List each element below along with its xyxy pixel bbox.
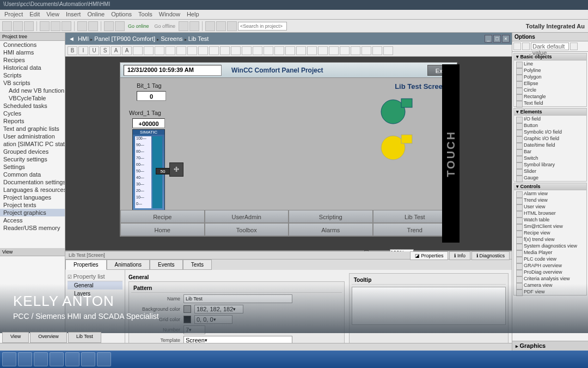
- crumb-segment[interactable]: Lib Test: [188, 35, 209, 42]
- pointer-icon[interactable]: [513, 43, 521, 50]
- tree-item[interactable]: VB scripts: [0, 79, 65, 87]
- open-icon[interactable]: [13, 21, 23, 31]
- taskbar-app-icon[interactable]: [2, 352, 16, 366]
- toolbox-item[interactable]: Gauge: [514, 174, 586, 181]
- fmt-u-button[interactable]: U: [89, 46, 99, 55]
- taskbar-app-icon[interactable]: [50, 352, 64, 366]
- fmt-tool-icon[interactable]: [274, 46, 284, 55]
- compile-icon[interactable]: [104, 21, 114, 31]
- download-icon[interactable]: [115, 21, 125, 31]
- tree-item[interactable]: Project graphics: [0, 209, 65, 216]
- fmt-b-button[interactable]: B: [68, 46, 77, 55]
- proplist-item[interactable]: General: [68, 281, 122, 289]
- toolbox-item[interactable]: PDF view: [514, 288, 586, 295]
- menu-options[interactable]: Options: [111, 11, 132, 18]
- fmt-tool-icon[interactable]: [155, 46, 164, 55]
- tree-item[interactable]: Documentation settings: [0, 178, 65, 186]
- search-input[interactable]: [238, 22, 287, 31]
- tree-item[interactable]: Project texts: [0, 201, 65, 209]
- toolbox-item[interactable]: Sm@rtClient view: [514, 223, 586, 230]
- toolbox-item[interactable]: User view: [514, 203, 586, 210]
- menu-help[interactable]: Help: [187, 11, 199, 18]
- prop-tab[interactable]: Animations: [107, 260, 150, 270]
- tree-item[interactable]: Common data: [0, 171, 65, 178]
- maximize-icon[interactable]: □: [493, 35, 501, 43]
- tree-item[interactable]: Access: [0, 216, 65, 224]
- crumb-segment[interactable]: Panel [TP900 Comfort]: [94, 35, 155, 42]
- word-tag-value[interactable]: +00000: [132, 118, 165, 128]
- group-header[interactable]: ▾ Elements: [514, 108, 586, 116]
- group-header[interactable]: ▾ Basic objects: [514, 53, 586, 61]
- tree-item[interactable]: Reports: [0, 117, 65, 125]
- bit-tag-value[interactable]: 0: [137, 91, 166, 101]
- fmt-s-button[interactable]: S: [100, 46, 110, 55]
- pump-green-icon[interactable]: [378, 95, 413, 126]
- toolbox-item[interactable]: Line: [514, 61, 586, 67]
- toolbox-item[interactable]: Media Player: [514, 249, 586, 256]
- fmt-tool-icon[interactable]: [242, 46, 252, 55]
- toolbox-item[interactable]: Graphic I/O field: [514, 135, 586, 142]
- cut-icon[interactable]: [40, 21, 50, 31]
- taskbar-app-icon[interactable]: [34, 352, 48, 366]
- tree-item[interactable]: Scheduled tasks: [0, 102, 65, 110]
- crumb-segment[interactable]: HMI: [78, 35, 89, 42]
- hmi-nav-button[interactable]: Toolbox: [205, 223, 289, 236]
- inspector-tab[interactable]: ℹ Diagnostics: [471, 251, 510, 260]
- editor-tab[interactable]: View: [2, 332, 29, 343]
- redo-icon[interactable]: [88, 21, 98, 31]
- inspector-tab[interactable]: ◪ Properties: [410, 251, 449, 260]
- gridcolor-swatch[interactable]: [183, 316, 191, 323]
- paste-icon[interactable]: [62, 21, 71, 31]
- taskbar-app-icon[interactable]: [18, 352, 32, 366]
- fmt-tool-icon[interactable]: [253, 46, 262, 55]
- fmt-tool-icon[interactable]: [209, 46, 219, 55]
- name-input[interactable]: [183, 294, 292, 303]
- group-header[interactable]: ▾ Controls: [514, 183, 586, 190]
- sim-icon[interactable]: [179, 21, 188, 31]
- tree-item[interactable]: Settings: [0, 163, 65, 171]
- go-online-button[interactable]: Go online: [128, 23, 149, 29]
- toolbox-item[interactable]: Symbol library: [514, 161, 586, 168]
- tool3-icon[interactable]: [570, 43, 578, 50]
- toolbox-item[interactable]: Polygon: [514, 74, 586, 80]
- editor-tab[interactable]: Overview: [30, 332, 67, 343]
- tooltip-textarea[interactable]: [352, 287, 506, 325]
- fmt-a-button[interactable]: A: [111, 46, 121, 55]
- slider-control[interactable]: SIMATIC 100—90—80—70—60—50—40—30—20—10—0…: [132, 129, 165, 211]
- bgcolor-swatch[interactable]: [183, 305, 191, 313]
- editor-tab[interactable]: Lib Test: [68, 332, 101, 343]
- menu-window[interactable]: Window: [159, 11, 180, 18]
- move-handle-icon[interactable]: [169, 162, 183, 177]
- tree-item[interactable]: Languages & resources: [0, 186, 65, 194]
- tree-item[interactable]: Security settings: [0, 155, 65, 163]
- menu-edit[interactable]: Edit: [29, 11, 40, 18]
- toolbox-item[interactable]: Circle: [514, 87, 586, 93]
- close-icon[interactable]: ×: [502, 35, 510, 43]
- fmt-tool-icon[interactable]: [231, 46, 241, 55]
- crumb-segment[interactable]: Screens: [161, 35, 182, 42]
- toolbox-item[interactable]: Rectangle: [514, 93, 586, 100]
- toolbox-item[interactable]: Bar: [514, 148, 586, 155]
- number-combo[interactable]: 7 ▾: [183, 325, 205, 334]
- toolbox-item[interactable]: Symbolic I/O field: [514, 129, 586, 135]
- toolbox-item[interactable]: Polyline: [514, 67, 586, 74]
- tree-item[interactable]: Cycles: [0, 110, 65, 117]
- save-icon[interactable]: [24, 21, 34, 31]
- copy-icon[interactable]: [51, 21, 60, 31]
- tree-item[interactable]: VBCycleTable: [0, 94, 65, 102]
- fmt-tool-icon[interactable]: [176, 46, 186, 55]
- pump-yellow-icon[interactable]: [378, 131, 413, 162]
- slider-thumb[interactable]: 50: [156, 168, 170, 174]
- tree-item[interactable]: ation [SIMATIC PC stat...: [0, 140, 65, 148]
- tree-item[interactable]: Historical data: [0, 64, 65, 71]
- tree-item[interactable]: Recipes: [0, 56, 65, 64]
- tree-item[interactable]: Connections: [0, 41, 65, 49]
- stop-icon[interactable]: [189, 21, 199, 31]
- tree-item[interactable]: HMI alarms: [0, 49, 65, 56]
- fmt-tool-icon[interactable]: [307, 46, 317, 55]
- hmi-nav-button[interactable]: Scripting: [289, 210, 373, 223]
- menu-insert[interactable]: Insert: [66, 11, 81, 18]
- fmt-tool-icon[interactable]: [187, 46, 197, 55]
- gridcolor-combo[interactable]: 0, 0, 0 ▾: [194, 315, 232, 324]
- toolbox-item[interactable]: Switch: [514, 155, 586, 161]
